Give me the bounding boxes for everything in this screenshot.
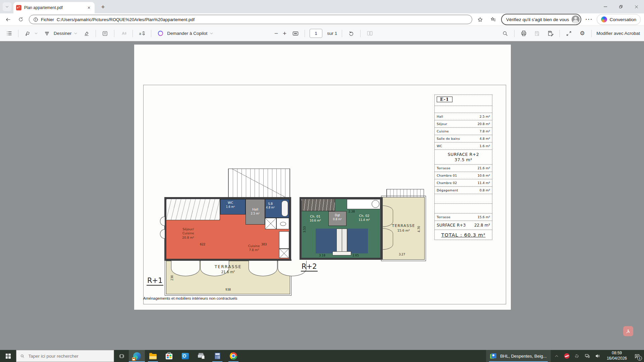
collections-icon[interactable]	[488, 15, 498, 24]
volume-icon[interactable]	[595, 353, 601, 359]
taskbar-chrome-button[interactable]	[225, 350, 241, 362]
r2-floor-label: R+2	[301, 262, 318, 272]
r2-beds	[316, 229, 368, 253]
print-icon[interactable]	[519, 29, 528, 38]
unit-code: E-1	[437, 97, 452, 102]
zoom-in-button[interactable]: +	[283, 30, 286, 37]
r2-dim-bottom-left: 3.18	[319, 254, 325, 257]
page-number-input[interactable]	[310, 29, 322, 38]
r1-staircase-tower	[228, 169, 290, 197]
window-minimize-button[interactable]	[598, 0, 613, 13]
tab-strip: P Plan appartement.pdf × +	[0, 0, 644, 13]
search-document-icon[interactable]	[501, 29, 509, 38]
plan-footnote: Aménagements et mobiliers intérieurs non…	[143, 296, 237, 300]
fit-width-icon[interactable]	[291, 29, 300, 38]
chevron-down-icon	[74, 32, 77, 35]
browser-menu-button[interactable]: ···	[585, 16, 593, 22]
r1-dim-sejour: 622	[200, 243, 205, 246]
r1-interior-stair	[166, 199, 220, 220]
r2-storage	[347, 199, 380, 209]
r2-dim-terrace-height: 4.70	[417, 226, 421, 232]
network-icon[interactable]	[584, 353, 590, 359]
tab-search-chevron-icon[interactable]	[3, 2, 11, 11]
window-close-button[interactable]	[629, 0, 644, 13]
highlighter-tool-button[interactable]	[23, 29, 38, 38]
taskbar-store-button[interactable]	[161, 350, 177, 362]
chevron-down-icon	[34, 32, 38, 35]
favorite-star-icon[interactable]	[476, 15, 485, 24]
r1-bathroom: S.B4.8 m²	[265, 199, 289, 218]
r2-dim-left: 3.53	[303, 226, 306, 233]
toc-menu-icon[interactable]	[5, 29, 13, 38]
translate-icon[interactable]: a	[138, 29, 146, 38]
taskbar-search[interactable]	[16, 350, 114, 362]
trend-micro-icon[interactable]	[564, 353, 570, 359]
verify-identity-button[interactable]: Vérifiez qu'il s'agit bien de vous	[501, 14, 582, 25]
ask-copilot-button[interactable]: Demander à Copilot	[156, 29, 213, 38]
r2-floor-plan: Dgt0.8 m² Ch. 0110.6 m² Ch. 0211.4 m² 2.…	[300, 197, 382, 260]
address-bar-actions: Vérifiez qu'il s'agit bien de vous ··· C…	[476, 14, 641, 25]
taskbar-calculator-button[interactable]	[209, 350, 225, 362]
acrobat-floating-button[interactable]	[623, 326, 633, 336]
window-controls	[598, 0, 644, 13]
copilot-conversation-button[interactable]: Conversation	[597, 14, 641, 25]
taskbar-scanner-button[interactable]	[193, 350, 209, 362]
url-field[interactable]: Fichier C:/Users/pamalric/Pictures/ROQUE…	[29, 15, 472, 24]
r1-sink	[276, 218, 289, 229]
r1-terrace-label: TERRASSE 21.6 m²	[166, 264, 290, 274]
tab-close-icon[interactable]: ×	[86, 5, 92, 11]
pdf-toolbar: Dessiner a	[0, 26, 644, 41]
window-restore-button[interactable]	[613, 0, 629, 13]
tray-expand-icon[interactable]	[554, 353, 560, 359]
new-tab-button[interactable]: +	[99, 3, 107, 11]
back-button[interactable]	[3, 15, 13, 24]
edit-with-acrobat-button[interactable]: Modifier avec Acrobat	[596, 31, 640, 36]
r1-washer	[265, 218, 276, 229]
table-row: Terrasse21.6 m²	[435, 165, 492, 172]
address-bar: Fichier C:/Users/pamalric/Pictures/ROQUE…	[0, 13, 644, 26]
pdf-favicon-icon: P	[16, 5, 21, 10]
taskbar-clock[interactable]: 08:59 16/04/2026	[604, 350, 630, 362]
table-row: Terrasse15.6 m²	[435, 214, 492, 221]
profile-avatar	[572, 15, 580, 23]
r1-dim-cuisine: 303	[261, 243, 267, 246]
rotate-icon[interactable]	[347, 29, 356, 38]
taskbar-explorer-button[interactable]	[145, 350, 161, 362]
taskbar-document-app-button[interactable]: BHL, Despentes, Beig...	[486, 350, 551, 362]
eraser-icon[interactable]	[82, 29, 91, 38]
settings-gear-icon[interactable]: ⚙	[578, 29, 587, 38]
r2-interior-stair	[302, 199, 335, 211]
file-explorer-icon	[149, 354, 157, 359]
r2-degagement: Dgt0.8 m²	[328, 211, 346, 226]
pdf-viewport[interactable]: E-1 Hall2.5 m² Séjour20.8 m² Cuisine7.8 …	[0, 41, 644, 350]
page-view-icon	[365, 29, 374, 38]
table-row: Séjour20.8 m²	[435, 120, 492, 128]
outlook-icon	[182, 353, 189, 359]
table-row: Chambre 0211.4 m²	[435, 179, 492, 187]
add-text-icon[interactable]	[101, 29, 109, 38]
save-icon	[533, 29, 541, 38]
total-row: TOTAL : 60.3 m²	[435, 230, 492, 240]
copilot-toolbar-icon	[156, 29, 165, 38]
taskbar-search-input[interactable]	[28, 353, 110, 359]
taskbar-edge-button[interactable]	[129, 350, 145, 362]
task-view-button[interactable]	[114, 350, 129, 362]
zoom-out-button[interactable]: −	[274, 30, 278, 37]
r1-sejour-label: Séjour/ Cuisine 20.8 m²	[174, 227, 203, 240]
browser-tab[interactable]: P Plan appartement.pdf ×	[13, 2, 95, 13]
refresh-button[interactable]	[16, 15, 25, 24]
tab-title: Plan appartement.pdf	[24, 5, 83, 10]
r2-nightstand	[336, 229, 347, 253]
table-row: WC1.6 m²	[435, 142, 492, 150]
clock-date: 16/04/2026	[607, 356, 627, 361]
conversation-label: Conversation	[609, 17, 636, 22]
action-center-button[interactable]: 1	[630, 350, 644, 362]
windows-ink-icon[interactable]	[574, 353, 580, 359]
fullscreen-icon[interactable]	[565, 29, 573, 38]
r2-dim-top: 2.38	[348, 210, 355, 213]
taskbar-outlook-button[interactable]	[177, 350, 193, 362]
save-as-icon[interactable]	[546, 29, 555, 38]
draw-tool-button[interactable]: Dessiner	[43, 29, 77, 38]
taskbar: BHL, Despentes, Beig... 08:59 16/04/2026…	[0, 350, 644, 362]
start-button[interactable]	[0, 350, 16, 362]
